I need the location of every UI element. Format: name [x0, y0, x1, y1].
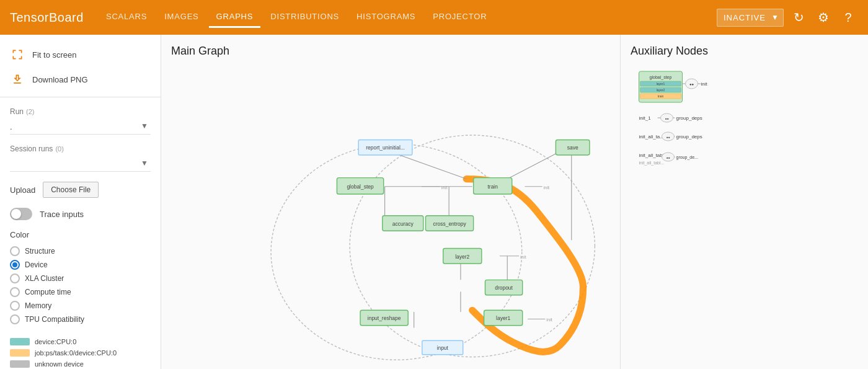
trace-section: Trace inputs — [0, 203, 161, 225]
main-graph-container[interactable]: init init init init report_uninitial... … — [171, 65, 610, 363]
color-xla-option[interactable]: XLA Cluster — [10, 272, 151, 285]
xla-radio[interactable] — [10, 273, 20, 283]
color-tpu-option[interactable]: TPU Compatibility — [10, 313, 151, 326]
svg-text:group_deps: group_deps — [676, 115, 702, 121]
legend-job: job:ps/task:0/device:CPU:0 — [10, 347, 151, 358]
color-compute-option[interactable]: Compute time — [10, 285, 151, 299]
svg-text:init_all_tabl...: init_all_tabl... — [639, 161, 665, 166]
nav-graphs[interactable]: GRAPHS — [209, 7, 261, 28]
svg-point-1 — [271, 144, 522, 360]
svg-text:init_1: init_1 — [639, 115, 652, 121]
structure-label: Structure — [25, 247, 55, 256]
legend-unknown: unknown device — [10, 358, 151, 369]
run-select[interactable]: . — [10, 120, 151, 135]
svg-text:global_step: global_step — [650, 75, 672, 80]
svg-text:layer1: layer1 — [657, 82, 665, 86]
legend-cpu0: device:CPU:0 — [10, 336, 151, 347]
svg-text:input: input — [437, 345, 449, 351]
svg-text:accuracy: accuracy — [392, 221, 414, 227]
status-select-wrapper: INACTIVE ▼ — [717, 9, 784, 27]
tpu-label: TPU Compatibility — [25, 315, 84, 324]
upload-label: Upload — [10, 185, 35, 195]
main-layout: Fit to screen Download PNG Run (2) . ▼ — [0, 35, 868, 369]
legend-swatch-cpu0 — [10, 338, 30, 345]
svg-text:●●: ●● — [666, 156, 670, 159]
legend-job-label: job:ps/task:0/device:CPU:0 — [35, 349, 117, 357]
fit-icon — [10, 47, 25, 62]
color-device-option[interactable]: Device — [10, 258, 151, 272]
nav-projector[interactable]: PROJECTOR — [425, 7, 494, 28]
session-label: Session runs — [10, 144, 53, 153]
svg-text:layer1: layer1 — [496, 315, 510, 321]
fit-to-screen-button[interactable]: Fit to screen — [0, 42, 161, 67]
svg-text:●●: ●● — [689, 82, 694, 86]
svg-text:init: init — [441, 185, 448, 190]
header-controls: INACTIVE ▼ ↻ ⚙ ? — [717, 7, 858, 27]
svg-text:layer2: layer2 — [455, 254, 469, 260]
main-graph-svg: init init init init report_uninitial... … — [171, 65, 610, 363]
run-label: Run — [10, 107, 24, 116]
fit-to-screen-label: Fit to screen — [32, 50, 77, 60]
svg-text:group_deps: group_deps — [676, 134, 702, 140]
memory-radio[interactable] — [10, 301, 20, 311]
nav-histograms[interactable]: HISTOGRAMS — [349, 7, 423, 28]
nav-scalars[interactable]: SCALARS — [99, 7, 154, 28]
main-nav: SCALARS IMAGES GRAPHS DISTRIBUTIONS HIST… — [99, 7, 702, 28]
svg-text:●●: ●● — [666, 135, 670, 139]
session-select-row: ▼ — [10, 154, 151, 172]
sidebar: Fit to screen Download PNG Run (2) . ▼ — [0, 35, 161, 369]
svg-text:dropout: dropout — [495, 285, 513, 291]
help-button[interactable]: ? — [838, 7, 858, 27]
svg-text:train: train — [658, 94, 664, 98]
compute-radio[interactable] — [10, 287, 20, 297]
app-logo: TensorBoard — [10, 11, 84, 25]
device-radio[interactable] — [10, 260, 20, 270]
svg-text:layer2: layer2 — [657, 88, 665, 92]
nav-distributions[interactable]: DISTRIBUTIONS — [263, 7, 347, 28]
svg-text:input_reshape: input_reshape — [368, 315, 401, 321]
toggle-knob — [11, 209, 21, 219]
upload-section: Upload Choose File — [0, 177, 161, 203]
choose-file-button[interactable]: Choose File — [43, 182, 99, 198]
main-graph-panel: Main Graph — [161, 35, 620, 369]
download-icon — [10, 72, 25, 87]
aux-graph-svg: global_step layer1 layer2 train init ●● … — [631, 65, 858, 239]
refresh-icon: ↻ — [794, 10, 804, 25]
main-graph-title: Main Graph — [171, 45, 610, 58]
svg-text:init: init — [520, 254, 527, 260]
legend-cpu0-label: device:CPU:0 — [35, 338, 76, 345]
svg-text:init: init — [546, 317, 553, 322]
content-area: Main Graph — [161, 35, 868, 369]
aux-graph-container[interactable]: global_step layer1 layer2 train init ●● … — [631, 65, 858, 363]
help-icon: ? — [844, 11, 851, 25]
session-select[interactable] — [10, 157, 151, 172]
svg-text:init: init — [701, 81, 708, 87]
status-select[interactable]: INACTIVE — [717, 9, 784, 27]
session-count: (0) — [55, 145, 63, 153]
download-png-button[interactable]: Download PNG — [0, 67, 161, 92]
run-select-row: . ▼ — [10, 117, 151, 135]
run-section: Run (2) . ▼ — [0, 102, 161, 140]
refresh-button[interactable]: ↻ — [789, 7, 808, 27]
svg-text:●●: ●● — [665, 117, 668, 120]
structure-radio[interactable] — [10, 246, 20, 256]
session-section: Session runs (0) ▼ — [0, 140, 161, 177]
svg-text:group_de...: group_de... — [676, 155, 698, 160]
xla-label: XLA Cluster — [25, 274, 64, 283]
settings-button[interactable]: ⚙ — [813, 7, 833, 27]
legend-section: device:CPU:0 job:ps/task:0/device:CPU:0 … — [0, 331, 161, 369]
svg-text:train: train — [487, 184, 498, 190]
color-memory-option[interactable]: Memory — [10, 299, 151, 313]
app-header: TensorBoard SCALARS IMAGES GRAPHS DISTRI… — [0, 0, 868, 35]
trace-inputs-toggle[interactable] — [10, 208, 32, 220]
nav-images[interactable]: IMAGES — [157, 7, 206, 28]
tpu-radio[interactable] — [10, 314, 20, 324]
svg-text:init: init — [544, 185, 551, 190]
gear-icon: ⚙ — [818, 10, 829, 25]
color-section: Color Structure Device XLA Cluster Compu… — [0, 225, 161, 331]
color-structure-option[interactable]: Structure — [10, 244, 151, 258]
memory-label: Memory — [25, 301, 51, 310]
svg-text:report_uninitial...: report_uninitial... — [366, 144, 405, 151]
divider-1 — [0, 97, 161, 97]
legend-swatch-unknown — [10, 360, 30, 368]
